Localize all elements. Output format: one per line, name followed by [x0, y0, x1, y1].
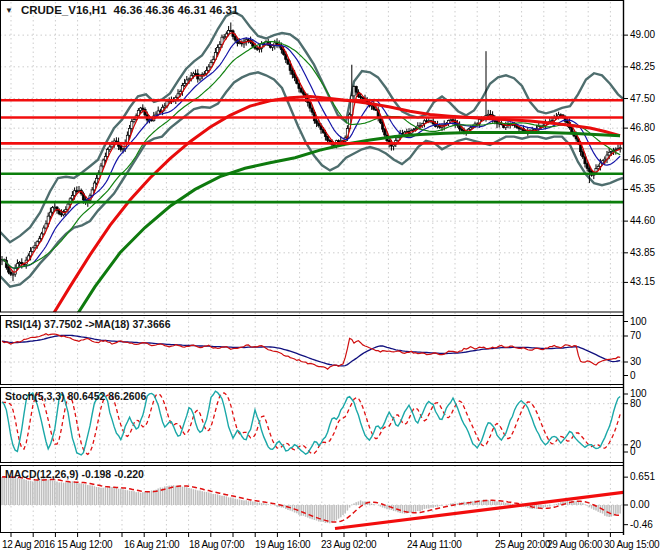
axis-tick-label: 70: [630, 330, 641, 342]
time-axis-label: 25 Aug 20:00: [495, 539, 550, 550]
rsi-indicator-label: RSI(14) 37.7502 ->MA(18) 37.3666: [5, 318, 170, 330]
axis-tick-label: 0.00: [630, 499, 649, 511]
axis-tick-label: 100: [630, 316, 647, 328]
symbol-dropdown-icon[interactable]: ▼: [5, 6, 13, 15]
macd-panel: [0, 477, 656, 529]
rsi-panel: [0, 334, 623, 369]
chart-window: ▼ CRUDE_V16,H1 46.36 46.36 46.31 46.31 R…: [0, 0, 660, 560]
axis-tick-label: 0: [630, 370, 636, 382]
time-axis-label: 29 Aug 06:00: [547, 539, 602, 550]
time-axis-label: 12 Aug 2016: [2, 539, 55, 550]
axis-tick-label: 0: [630, 446, 636, 458]
time-axis[interactable]: 12 Aug 201615 Aug 12:0016 Aug 21:0018 Au…: [0, 535, 660, 560]
time-axis-label: 23 Aug 02:00: [321, 539, 376, 550]
axis-tick-label: 44.60: [630, 215, 655, 227]
chart-header: ▼ CRUDE_V16,H1 46.36 46.36 46.31 46.31: [5, 4, 238, 16]
grid-lines: [0, 2, 623, 532]
price-axis[interactable]: 49.0048.2547.5046.8046.0545.3544.6043.85…: [623, 0, 660, 535]
time-axis-label: 15 Aug 12:00: [57, 539, 112, 550]
time-axis-label: 16 Aug 21:00: [124, 539, 179, 550]
time-axis-label: 18 Aug 07:00: [189, 539, 244, 550]
axis-tick-label: 30: [630, 356, 641, 368]
time-axis-label: 19 Aug 16:00: [255, 539, 310, 550]
stoch-indicator-label: Stoch(5,3,3) 80.6452 86.2606: [5, 390, 146, 402]
axis-tick-label: 45.35: [630, 183, 655, 195]
axis-tick-label: 0.651: [630, 471, 655, 483]
panel-borders: [1, 0, 629, 537]
axis-tick-label: 80: [630, 398, 641, 410]
axis-tick-label: -0.46: [630, 519, 653, 531]
symbol-label: CRUDE_V16,H1: [21, 4, 107, 16]
axis-tick-label: 47.50: [630, 93, 655, 105]
axis-tick-label: 43.15: [630, 276, 655, 288]
axis-tick-label: 43.85: [630, 247, 655, 259]
panel-divider-rsi[interactable]: [0, 310, 623, 315]
axis-tick-label: 49.00: [630, 29, 655, 41]
time-axis-label: 30 Aug 15:00: [604, 539, 659, 550]
panel-divider-macd[interactable]: [0, 460, 623, 465]
panel-divider-stoch[interactable]: [0, 382, 623, 387]
macd-indicator-label: MACD(12,26,9) -0.198 -0.220: [5, 468, 144, 480]
axis-tick-label: 46.05: [630, 154, 655, 166]
axis-tick-label: 46.80: [630, 122, 655, 134]
time-axis-label: 24 Aug 11:00: [407, 539, 462, 550]
axis-tick-label: 48.25: [630, 61, 655, 73]
main-price-panel: [0, 12, 623, 287]
ohlc-values: 46.36 46.36 46.31 46.31: [114, 4, 239, 16]
